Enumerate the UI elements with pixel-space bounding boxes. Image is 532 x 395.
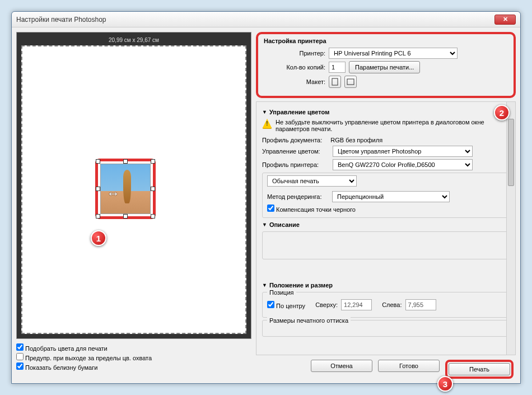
settings-pane: Настройка принтера Принтер: HP Universal… [256, 32, 516, 379]
rendering-label: Метод рендеринга: [267, 193, 329, 200]
window-title: Настройки печати Photoshop [16, 16, 106, 24]
rendering-select[interactable]: Перцепционный [332, 191, 450, 202]
top-input [341, 299, 372, 310]
resize-handle[interactable] [151, 214, 155, 219]
resize-handle[interactable] [96, 159, 100, 164]
warning-text: Не забудьте выключить управление цветом … [276, 119, 510, 132]
print-settings-dialog: Настройки печати Photoshop ✕ 20,99 см x … [11, 11, 521, 384]
print-mode-select[interactable]: Обычная печать [267, 175, 357, 187]
print-size-fieldset: Размеры печатного оттиска [262, 320, 510, 337]
svg-rect-1 [347, 79, 354, 85]
landscape-button[interactable] [344, 76, 357, 88]
copies-input[interactable] [329, 62, 346, 73]
portrait-button[interactable] [329, 76, 341, 88]
resize-handle[interactable] [123, 214, 128, 219]
scrollbar[interactable] [506, 102, 515, 355]
close-button[interactable]: ✕ [494, 15, 516, 25]
printer-select[interactable]: HP Universal Printing PCL 6 [329, 48, 458, 59]
print-params-button[interactable]: Параметры печати... [349, 61, 420, 73]
image-selection[interactable] [95, 159, 156, 219]
color-handling-label: Управление цветом: [262, 148, 329, 155]
left-input [405, 299, 436, 310]
description-header[interactable]: ▼Описание [262, 221, 510, 228]
position-header[interactable]: ▼Положение и размер [262, 282, 510, 289]
titlebar[interactable]: Настройки печати Photoshop ✕ [12, 12, 520, 27]
rendering-fieldset: Обычная печать Метод рендеринга: Перцепц… [262, 173, 510, 218]
copies-label: Кол-во копий: [264, 64, 325, 71]
svg-rect-0 [332, 78, 338, 85]
preview-options: Подобрать цвета для печати Предупр. при … [16, 342, 251, 372]
settings-scroll: ▼Управление цветом Не забудьте выключить… [256, 101, 516, 355]
doc-profile-value: RGB без профиля [330, 137, 382, 143]
gamut-warning-checkbox[interactable]: Предупр. при выходе за пределы цв. охват… [16, 353, 251, 361]
layout-label: Макет: [264, 78, 325, 85]
printer-setup-group: Настройка принтера Принтер: HP Universal… [256, 32, 516, 98]
doc-profile-label: Профиль документа: [262, 137, 322, 143]
collapse-icon: ▼ [262, 109, 267, 115]
printer-label: Принтер: [264, 50, 325, 57]
preview-page[interactable]: 1 [21, 45, 246, 334]
resize-handle[interactable] [151, 159, 155, 164]
left-label: Слева: [382, 301, 402, 308]
description-box [262, 231, 510, 259]
scrollbar-thumb[interactable] [508, 119, 514, 186]
position-fieldset: Позиция По центру Сверху: Слева: [262, 292, 510, 318]
match-colors-checkbox[interactable]: Подобрать цвета для печати [16, 343, 251, 352]
resize-handle[interactable] [96, 187, 100, 191]
collapse-icon: ▼ [262, 222, 267, 227]
annotation-badge-1: 1 [91, 230, 106, 246]
resize-handle[interactable] [151, 187, 155, 191]
color-handling-select[interactable]: Цветом управляет Photoshop [333, 146, 473, 157]
black-point-checkbox[interactable]: Компенсация точки черного [267, 206, 356, 213]
warning-icon [262, 119, 272, 129]
color-mgmt-header[interactable]: ▼Управление цветом [262, 109, 510, 115]
giraffe-image [100, 164, 151, 214]
print-highlight: Печать [445, 360, 514, 379]
cancel-button[interactable]: Отмена [311, 360, 372, 372]
size-group-label: Размеры печатного оттиска [267, 317, 351, 324]
paper-white-checkbox[interactable]: Показать белизну бумаги [16, 363, 251, 371]
printer-profile-select[interactable]: BenQ GW2270 Color Profile,D6500 [333, 159, 473, 170]
printer-profile-label: Профиль принтера: [262, 161, 329, 168]
resize-handle[interactable] [96, 214, 100, 219]
preview-frame: 20,99 см x 29,67 см 1 [16, 32, 251, 339]
collapse-icon: ▼ [262, 282, 267, 288]
page-dimensions: 20,99 см x 29,67 см [21, 37, 246, 43]
printer-setup-title: Настройка принтера [264, 38, 508, 44]
top-label: Сверху: [315, 301, 338, 308]
preview-pane: 20,99 см x 29,67 см 1 [16, 32, 251, 379]
position-group-label: Позиция [267, 289, 296, 296]
resize-handle[interactable] [123, 159, 128, 164]
center-checkbox[interactable]: По центру [267, 301, 305, 309]
annotation-badge-3: 3 [437, 376, 453, 392]
annotation-badge-2: 2 [494, 105, 510, 120]
print-button[interactable]: Печать [449, 363, 510, 375]
footer-buttons: Отмена Готово Печать [256, 360, 516, 379]
done-button[interactable]: Готово [378, 360, 440, 372]
